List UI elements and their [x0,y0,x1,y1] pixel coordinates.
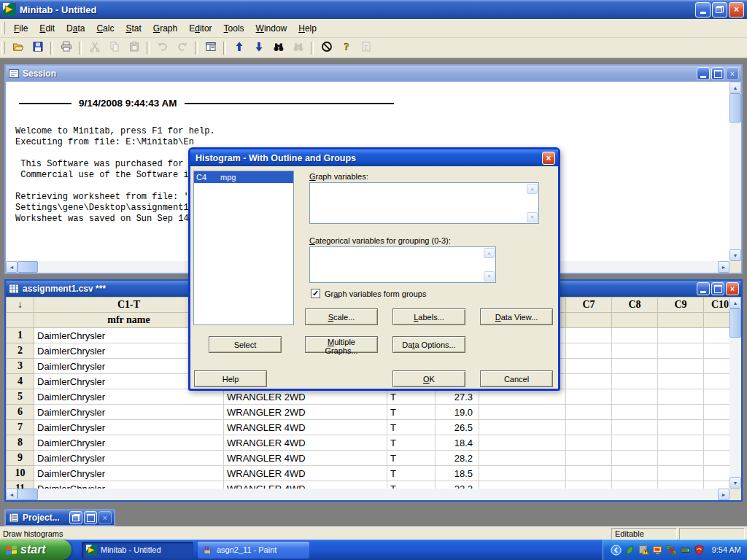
data-cell[interactable] [658,343,704,359]
data-cell[interactable] [479,420,566,435]
security-shield-icon[interactable] [694,545,705,556]
data-cell[interactable]: DaimlerChrysler [34,466,224,481]
scrollbar-thumb[interactable] [729,308,741,338]
data-cell[interactable] [612,359,658,374]
scale-button[interactable]: Scale... [305,308,378,325]
session-maximize-button[interactable] [711,67,724,80]
data-cell[interactable] [658,359,704,374]
data-cell[interactable]: DaimlerChrysler [34,435,224,451]
toolbar-grip[interactable] [1,42,5,54]
data-cell[interactable] [566,389,612,405]
column-name-cell[interactable] [658,313,704,328]
scroll-down-icon[interactable]: ▼ [729,477,741,489]
menu-editor[interactable]: Editor [183,20,217,36]
variable-list-item[interactable]: C4mpg [194,171,293,183]
column-header[interactable]: C10 [704,298,730,313]
hardware-warning-icon[interactable] [638,545,649,556]
column-name-cell[interactable] [612,313,658,328]
menu-graph[interactable]: Graph [147,20,183,36]
column-name-cell[interactable] [566,313,612,328]
data-cell[interactable]: WRANGLER 4WD [224,451,387,466]
scrollbar-thumb[interactable] [18,489,38,500]
scroll-up-icon[interactable]: ▲ [527,184,538,194]
data-cell[interactable]: WRANGLER 4WD [224,420,387,435]
scroll-right-icon[interactable]: ► [718,261,729,273]
project-close-button[interactable]: × [98,511,112,524]
data-cell[interactable] [566,359,612,374]
data-cell[interactable] [479,481,566,489]
data-cell[interactable] [566,328,612,343]
toolbar-help-button[interactable]: ? [337,39,355,57]
categorical-variables-input[interactable]: ▲ ▼ [309,246,496,283]
data-cell[interactable] [479,389,566,405]
scroll-left-icon[interactable]: ◄ [6,489,18,500]
scrollbar-thumb[interactable] [729,93,741,122]
data-cell[interactable] [658,389,704,405]
data-cell[interactable] [704,451,730,466]
session-vertical-scrollbar[interactable]: ▲ ▼ [729,82,741,261]
graph-variables-form-groups-checkbox[interactable]: ✓ Graph variables form groups [311,289,426,298]
menu-window[interactable]: Window [250,20,293,36]
column-header[interactable]: C9 [658,298,704,313]
data-cell[interactable]: WRANGLER 2WD [224,389,387,405]
minimize-button[interactable] [695,2,711,18]
data-cell[interactable]: 18.5 [436,466,479,481]
scroll-up-icon[interactable]: ▲ [729,82,741,93]
data-cell[interactable]: DaimlerChrysler [34,451,224,466]
variables-listbox[interactable]: C4mpg [193,171,294,325]
row-number-cell[interactable]: 10 [7,466,34,481]
select-button[interactable]: Select [209,336,282,353]
project-restore-button[interactable] [69,511,82,524]
utility-green-icon[interactable] [624,545,635,556]
column-header[interactable]: C8 [612,298,658,313]
data-cell[interactable]: 27.3 [436,389,479,405]
data-cell[interactable] [479,405,566,420]
data-cell[interactable] [612,374,658,389]
dialog-titlebar[interactable]: Histogram - With Outline and Groups × [190,149,558,166]
data-cell[interactable] [612,451,658,466]
data-cell[interactable] [658,405,704,420]
toolbar-open-button[interactable] [9,39,27,57]
data-cell[interactable] [704,405,730,420]
data-cell[interactable] [658,435,704,451]
data-cell[interactable]: 26.5 [436,420,479,435]
column-name-cell[interactable] [7,313,34,328]
row-number-cell[interactable]: 6 [7,405,34,420]
data-cell[interactable]: WRANGLER 2WD [224,405,387,420]
data-cell[interactable]: T [387,481,436,489]
data-cell[interactable] [566,481,612,489]
labels-button[interactable]: Labels... [392,308,465,325]
data-cell[interactable]: WRANGLER 4WD [224,435,387,451]
row-number-cell[interactable]: 7 [7,420,34,435]
session-minimize-button[interactable] [697,67,710,80]
data-cell[interactable] [612,481,658,489]
data-cell[interactable]: 18.4 [436,435,479,451]
data-cell[interactable] [612,389,658,405]
data-cell[interactable] [479,451,566,466]
toolbar-project-manager-button[interactable] [201,39,220,57]
scroll-down-icon[interactable]: ▼ [484,271,495,281]
menu-stat[interactable]: Stat [120,20,147,36]
data-cell[interactable]: DaimlerChrysler [34,389,224,405]
start-button[interactable]: start [0,540,71,560]
data-cell[interactable]: T [387,435,436,451]
menu-help[interactable]: Help [293,20,322,36]
data-cell[interactable] [658,481,704,489]
toolbar-cancel-button[interactable] [317,39,336,57]
data-cell[interactable] [704,328,730,343]
dialog-close-button[interactable]: × [542,152,555,165]
worksheet-vertical-scrollbar[interactable]: ▲ ▼ [729,297,741,489]
scroll-up-icon[interactable]: ▲ [729,297,741,308]
data-cell[interactable]: WRANGLER 4WD [224,466,387,481]
data-cell[interactable]: T [387,389,436,405]
worksheet-close-button[interactable]: × [726,282,739,295]
data-options-button[interactable]: Data Options... [392,336,465,353]
scroll-left-icon[interactable]: ◄ [6,261,18,273]
menu-tools[interactable]: Tools [218,20,250,36]
data-cell[interactable]: T [387,451,436,466]
toolbar-previous-command-button[interactable] [230,39,248,57]
multiple-graphs-button[interactable]: Multiple Graphs... [305,336,378,353]
worksheet-minimize-button[interactable] [697,282,710,295]
data-cell[interactable] [612,328,658,343]
toolbar-print-button[interactable] [57,39,75,57]
